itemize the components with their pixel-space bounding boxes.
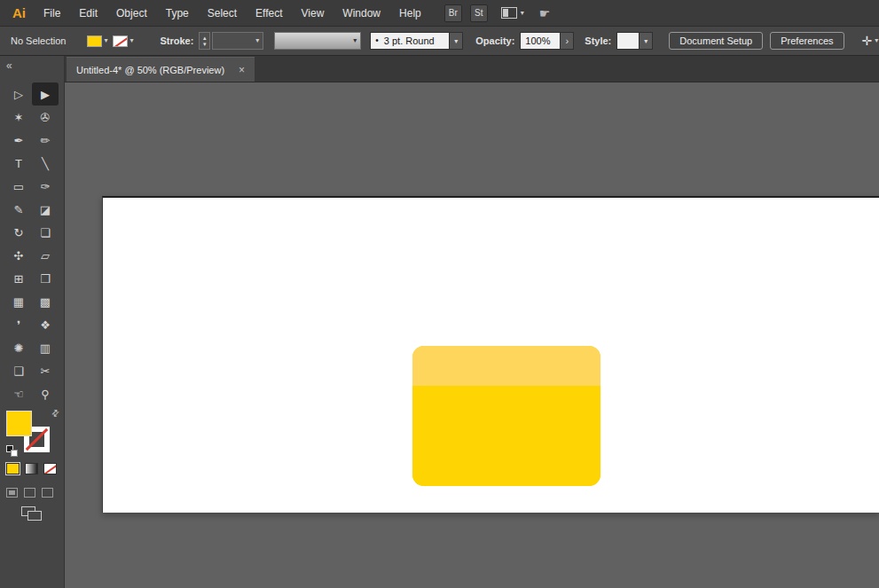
chevron-down-icon[interactable]: ▾ bbox=[450, 32, 463, 50]
direct-selection-tool[interactable]: ▷ bbox=[5, 82, 32, 106]
slice-tool[interactable]: ✂ bbox=[32, 359, 59, 382]
main-area: « ▷ ▶ ✶ ✇ ✒ ✏ T ╲ ▭ ✑ ✎ ◪ ↻ ❏ ✣ ▱ ⊞ ❒ ▦ bbox=[0, 56, 879, 588]
scale-tool[interactable]: ❏ bbox=[32, 221, 59, 244]
document-area: Untitled-4* @ 50% (RGB/Preview) × bbox=[65, 56, 879, 588]
perspective-grid-tool-icon: ⊞ bbox=[14, 272, 24, 286]
menu-effect[interactable]: Effect bbox=[255, 7, 282, 20]
perspective-grid-tool[interactable]: ⊞ bbox=[5, 267, 32, 290]
artboard-tool[interactable]: ❑ bbox=[5, 359, 32, 382]
paintbrush-tool-icon: ✑ bbox=[41, 180, 51, 193]
line-segment-tool[interactable]: ╲ bbox=[32, 152, 59, 175]
free-transform-tool[interactable]: ▱ bbox=[32, 244, 59, 267]
gradient-button[interactable] bbox=[25, 463, 38, 474]
preferences-button[interactable]: Preferences bbox=[770, 32, 844, 50]
collapse-panel-icon[interactable]: « bbox=[6, 59, 12, 72]
draw-normal-icon[interactable] bbox=[6, 488, 18, 498]
tool-grid: ▷ ▶ ✶ ✇ ✒ ✏ T ╲ ▭ ✑ ✎ ◪ ↻ ❏ ✣ ▱ ⊞ ❒ ▦ ▩ bbox=[5, 82, 59, 405]
app-logo: Ai bbox=[12, 5, 26, 20]
stroke-width-stepper[interactable]: ▴ ▾ bbox=[199, 32, 210, 50]
rectangle-tool[interactable]: ▭ bbox=[5, 175, 32, 198]
none-slash-icon bbox=[113, 35, 128, 47]
eyedropper-tool[interactable]: ❜ bbox=[5, 313, 32, 336]
chevron-down-icon: ▾ bbox=[129, 37, 133, 44]
stepper-up-icon[interactable]: ▴ bbox=[203, 35, 207, 41]
menu-bar: Ai File Edit Object Type Select Effect V… bbox=[0, 0, 879, 27]
type-tool-icon: T bbox=[15, 157, 22, 170]
close-icon[interactable]: × bbox=[239, 64, 245, 76]
opacity-label: Opacity: bbox=[475, 35, 514, 46]
workspace-switcher[interactable]: ▾ bbox=[501, 7, 524, 19]
menu-type[interactable]: Type bbox=[166, 7, 189, 20]
fill-color-control[interactable]: ▾ bbox=[87, 35, 107, 47]
lasso-tool[interactable]: ✇ bbox=[32, 106, 59, 129]
chevron-down-icon[interactable]: ▾ bbox=[640, 32, 653, 50]
curvature-tool[interactable]: ✏ bbox=[32, 129, 59, 152]
brush-preview-icon: • bbox=[375, 36, 379, 45]
default-fill-stroke-icon[interactable] bbox=[6, 445, 18, 457]
workspace-icon bbox=[501, 7, 517, 19]
menu-object[interactable]: Object bbox=[116, 7, 147, 20]
pencil-tool[interactable]: ✎ bbox=[5, 198, 32, 221]
bridge-button[interactable]: Br bbox=[444, 4, 462, 22]
canvas-area[interactable] bbox=[65, 82, 879, 588]
stepper-down-icon[interactable]: ▾ bbox=[203, 41, 207, 47]
lasso-tool-icon: ✇ bbox=[41, 111, 51, 124]
draw-inside-icon[interactable] bbox=[42, 488, 53, 498]
paintbrush-tool[interactable]: ✑ bbox=[32, 175, 59, 198]
column-graph-tool-icon: ▥ bbox=[40, 341, 51, 355]
menu-window[interactable]: Window bbox=[342, 7, 381, 20]
color-button[interactable] bbox=[6, 463, 20, 474]
artboard[interactable] bbox=[102, 196, 879, 513]
shape-builder-tool[interactable]: ❒ bbox=[32, 267, 59, 290]
screen-mode-button[interactable] bbox=[21, 506, 44, 521]
line-segment-tool-icon: ╲ bbox=[42, 157, 49, 170]
none-button[interactable] bbox=[43, 463, 57, 474]
scale-tool-icon: ❏ bbox=[40, 226, 51, 239]
drawing-mode-buttons bbox=[6, 488, 53, 498]
stock-button[interactable]: St bbox=[470, 4, 488, 22]
draw-behind-icon[interactable] bbox=[24, 488, 35, 498]
magic-wand-tool[interactable]: ✶ bbox=[5, 106, 32, 129]
stroke-width-select[interactable]: ▾ bbox=[212, 32, 263, 50]
type-tool[interactable]: T bbox=[5, 152, 32, 175]
fill-indicator[interactable] bbox=[6, 411, 32, 436]
pen-tool[interactable]: ✒ bbox=[5, 129, 32, 152]
symbol-sprayer-tool[interactable]: ✺ bbox=[5, 336, 32, 359]
stroke-color-control[interactable]: ▾ bbox=[113, 35, 133, 47]
mesh-tool[interactable]: ▦ bbox=[5, 290, 32, 313]
selection-tool[interactable]: ▶ bbox=[32, 82, 59, 106]
menu-help[interactable]: Help bbox=[399, 7, 421, 20]
brush-definition-select[interactable]: • 3 pt. Round ▾ bbox=[370, 32, 463, 50]
opacity-control[interactable]: 100% › bbox=[520, 32, 574, 50]
document-setup-button[interactable]: Document Setup bbox=[669, 32, 763, 50]
shape-builder-tool-icon: ❒ bbox=[40, 272, 51, 286]
swap-fill-stroke-icon[interactable]: ⇄ bbox=[49, 407, 61, 419]
touch-workspace-icon[interactable]: ☛ bbox=[539, 6, 551, 20]
rotate-tool[interactable]: ↻ bbox=[5, 221, 32, 244]
slice-tool-icon: ✂ bbox=[41, 365, 51, 378]
menu-edit[interactable]: Edit bbox=[79, 7, 98, 20]
direct-selection-tool-icon: ▷ bbox=[14, 88, 23, 101]
menubar-icons: Br St ▾ ☛ bbox=[444, 4, 551, 22]
yellow-rounded-rectangle[interactable] bbox=[412, 346, 600, 486]
gradient-tool[interactable]: ▩ bbox=[32, 290, 59, 313]
zoom-tool[interactable]: ⚲ bbox=[32, 382, 59, 405]
document-tab[interactable]: Untitled-4* @ 50% (RGB/Preview) × bbox=[67, 57, 255, 82]
column-graph-tool[interactable]: ▥ bbox=[32, 336, 59, 359]
chevron-down-icon: ▾ bbox=[521, 10, 524, 17]
menu-select[interactable]: Select bbox=[208, 7, 237, 20]
chevron-right-icon[interactable]: › bbox=[561, 32, 574, 50]
menu-file[interactable]: File bbox=[43, 7, 60, 20]
stroke-swatch bbox=[113, 35, 128, 47]
style-select[interactable]: ▾ bbox=[616, 32, 653, 50]
menu-view[interactable]: View bbox=[302, 7, 325, 20]
pen-tool-icon: ✒ bbox=[14, 134, 24, 147]
free-transform-tool-icon: ▱ bbox=[41, 249, 50, 263]
width-tool[interactable]: ✣ bbox=[5, 244, 32, 267]
eraser-tool[interactable]: ◪ bbox=[32, 198, 59, 221]
rotate-tool-icon: ↻ bbox=[14, 226, 24, 239]
transform-control[interactable]: ✛ ▾ bbox=[862, 34, 879, 48]
opacity-input[interactable]: 100% bbox=[520, 32, 561, 50]
blend-tool[interactable]: ❖ bbox=[32, 313, 59, 336]
hand-tool[interactable]: ☜ bbox=[5, 382, 32, 405]
